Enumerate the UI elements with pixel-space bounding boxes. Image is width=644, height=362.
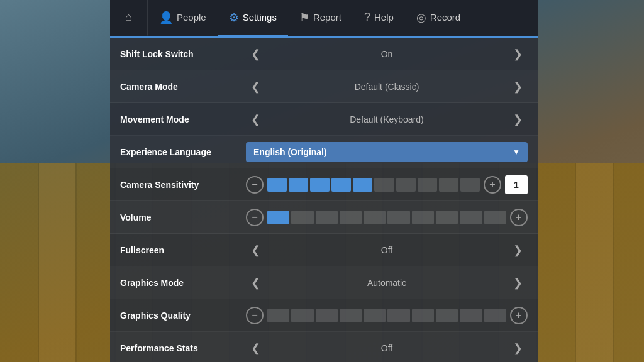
volume-seg-5[interactable] — [387, 211, 409, 224]
graphics-quality-seg-3[interactable] — [340, 309, 362, 322]
setting-control-movement-mode: ❮Default (Keyboard)❯ — [246, 110, 528, 129]
fullscreen-right-arrow[interactable]: ❯ — [508, 241, 528, 260]
camera-mode-value: Default (Classic) — [270, 82, 503, 92]
setting-label-volume: Volume — [120, 212, 246, 222]
camera-sensitivity-seg-4[interactable] — [353, 178, 372, 192]
setting-row-movement-mode: Movement Mode❮Default (Keyboard)❯ — [110, 103, 538, 136]
volume-seg-0[interactable] — [267, 211, 289, 224]
camera-sensitivity-minus-btn[interactable]: − — [246, 176, 264, 194]
volume-seg-4[interactable] — [364, 211, 386, 224]
nav-bar: ⌂ 👤 People ⚙ Settings ⚑ Report ? Help ◎ … — [110, 0, 538, 38]
graphics-quality-seg-0[interactable] — [267, 309, 289, 322]
performance-stats-left-arrow[interactable]: ❮ — [246, 339, 265, 358]
setting-row-shift-lock-switch: Shift Lock Switch❮On❯ — [110, 38, 538, 70]
setting-row-experience-language: Experience LanguageEnglish (Original)▼ — [110, 136, 538, 168]
setting-row-camera-mode: Camera Mode❮Default (Classic)❯ — [110, 70, 538, 103]
camera-mode-right-arrow[interactable]: ❯ — [508, 77, 528, 96]
nav-help-label: Help — [374, 12, 394, 23]
fullscreen-value: Off — [270, 245, 503, 255]
setting-control-performance-stats: ❮Off❯ — [246, 339, 528, 358]
volume-seg-6[interactable] — [412, 211, 434, 224]
volume-seg-1[interactable] — [291, 211, 313, 224]
graphics-quality-seg-8[interactable] — [460, 309, 482, 322]
record-icon: ◎ — [416, 11, 426, 25]
camera-sensitivity-seg-5[interactable] — [374, 178, 394, 192]
camera-sensitivity-seg-7[interactable] — [418, 178, 437, 192]
setting-label-movement-mode: Movement Mode — [120, 114, 246, 124]
camera-sensitivity-seg-8[interactable] — [439, 178, 458, 192]
setting-control-graphics-mode: ❮Automatic❯ — [246, 273, 528, 292]
camera-sensitivity-seg-9[interactable] — [460, 178, 480, 192]
camera-mode-left-arrow[interactable]: ❮ — [246, 77, 265, 96]
setting-control-camera-mode: ❮Default (Classic)❯ — [246, 77, 528, 96]
camera-sensitivity-value-box: 1 — [505, 175, 528, 194]
camera-sensitivity-plus-btn[interactable]: + — [484, 176, 501, 194]
nav-people-label: People — [177, 12, 206, 23]
movement-mode-right-arrow[interactable]: ❯ — [508, 110, 528, 129]
experience-language-dropdown-arrow: ▼ — [513, 148, 520, 156]
graphics-quality-seg-9[interactable] — [484, 309, 506, 322]
volume-seg-9[interactable] — [484, 211, 506, 224]
settings-panel: ⌂ 👤 People ⚙ Settings ⚑ Report ? Help ◎ … — [110, 0, 538, 362]
settings-content: Shift Lock Switch❮On❯Camera Mode❮Default… — [110, 38, 538, 362]
setting-label-shift-lock-switch: Shift Lock Switch — [120, 49, 246, 59]
volume-seg-7[interactable] — [436, 211, 458, 224]
camera-sensitivity-seg-6[interactable] — [396, 178, 416, 192]
experience-language-dropdown[interactable]: English (Original)▼ — [246, 142, 528, 162]
setting-control-fullscreen: ❮Off❯ — [246, 241, 528, 260]
movement-mode-left-arrow[interactable]: ❮ — [246, 110, 265, 129]
graphics-quality-plus-btn[interactable]: + — [510, 307, 528, 324]
graphics-mode-right-arrow[interactable]: ❯ — [508, 273, 528, 292]
setting-label-performance-stats: Performance Stats — [120, 343, 246, 353]
camera-sensitivity-seg-2[interactable] — [310, 178, 330, 192]
volume-seg-8[interactable] — [460, 211, 482, 224]
graphics-quality-minus-btn[interactable]: − — [246, 307, 264, 324]
volume-seg-3[interactable] — [340, 211, 362, 224]
nav-settings[interactable]: ⚙ Settings — [218, 0, 288, 36]
graphics-quality-seg-1[interactable] — [291, 309, 313, 322]
graphics-mode-value: Automatic — [270, 278, 503, 288]
camera-sensitivity-seg-3[interactable] — [331, 178, 351, 192]
camera-sensitivity-seg-0[interactable] — [267, 178, 287, 192]
setting-control-shift-lock-switch: ❮On❯ — [246, 45, 528, 63]
volume-seg-2[interactable] — [316, 211, 338, 224]
performance-stats-value: Off — [270, 343, 503, 353]
setting-row-fullscreen: Fullscreen❮Off❯ — [110, 234, 538, 266]
setting-row-graphics-mode: Graphics Mode❮Automatic❯ — [110, 266, 538, 299]
volume-minus-btn[interactable]: − — [246, 209, 264, 226]
graphics-mode-left-arrow[interactable]: ❮ — [246, 273, 265, 292]
performance-stats-right-arrow[interactable]: ❯ — [508, 339, 528, 358]
setting-label-camera-mode: Camera Mode — [120, 82, 246, 92]
shift-lock-switch-left-arrow[interactable]: ❮ — [246, 45, 265, 63]
camera-sensitivity-bar-control: −+1 — [246, 175, 528, 194]
nav-record[interactable]: ◎ Record — [405, 0, 472, 36]
setting-row-camera-sensitivity: Camera Sensitivity−+1 — [110, 168, 538, 201]
nav-help[interactable]: ? Help — [353, 0, 405, 36]
help-icon: ? — [364, 11, 370, 24]
nav-settings-label: Settings — [243, 12, 277, 23]
graphics-quality-seg-4[interactable] — [364, 309, 386, 322]
setting-row-performance-stats: Performance Stats❮Off❯ — [110, 332, 538, 362]
graphics-quality-seg-6[interactable] — [412, 309, 434, 322]
movement-mode-value: Default (Keyboard) — [270, 114, 503, 124]
setting-control-experience-language: English (Original)▼ — [246, 142, 528, 162]
camera-sensitivity-seg-1[interactable] — [289, 178, 308, 192]
graphics-quality-seg-5[interactable] — [387, 309, 409, 322]
shift-lock-switch-right-arrow[interactable]: ❯ — [508, 45, 528, 63]
nav-report[interactable]: ⚑ Report — [288, 0, 353, 36]
setting-label-fullscreen: Fullscreen — [120, 245, 246, 255]
volume-bar-control: −+ — [246, 209, 528, 226]
volume-plus-btn[interactable]: + — [510, 209, 528, 226]
setting-control-volume: −+ — [246, 209, 528, 226]
fullscreen-left-arrow[interactable]: ❮ — [246, 241, 265, 260]
settings-icon: ⚙ — [229, 11, 239, 25]
nav-people[interactable]: 👤 People — [148, 0, 218, 36]
nav-home[interactable]: ⌂ — [110, 0, 148, 36]
report-icon: ⚑ — [299, 11, 309, 25]
setting-row-volume: Volume−+ — [110, 201, 538, 234]
graphics-quality-bar-control: −+ — [246, 307, 528, 324]
graphics-quality-seg-2[interactable] — [316, 309, 338, 322]
people-icon: 👤 — [159, 11, 173, 25]
setting-label-graphics-mode: Graphics Mode — [120, 278, 246, 288]
graphics-quality-seg-7[interactable] — [436, 309, 458, 322]
